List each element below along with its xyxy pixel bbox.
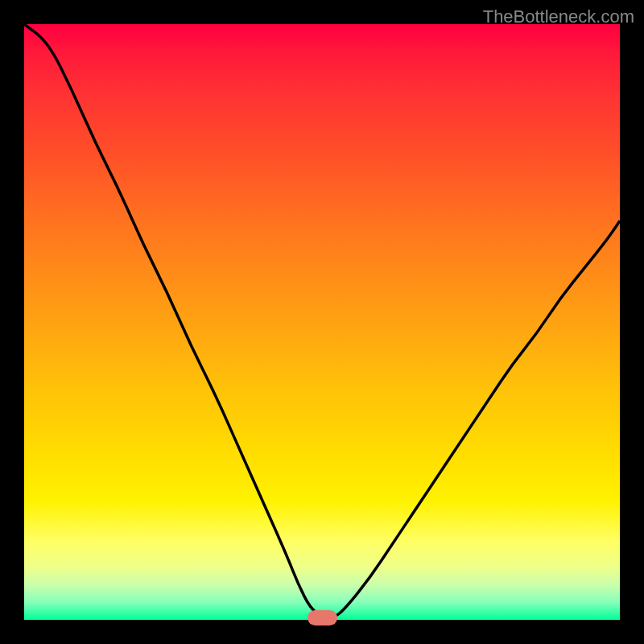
optimal-marker: [308, 610, 337, 625]
bottleneck-curve: [24, 24, 620, 620]
chart-container: TheBottleneck.com: [0, 0, 644, 644]
watermark-text: TheBottleneck.com: [483, 6, 634, 27]
